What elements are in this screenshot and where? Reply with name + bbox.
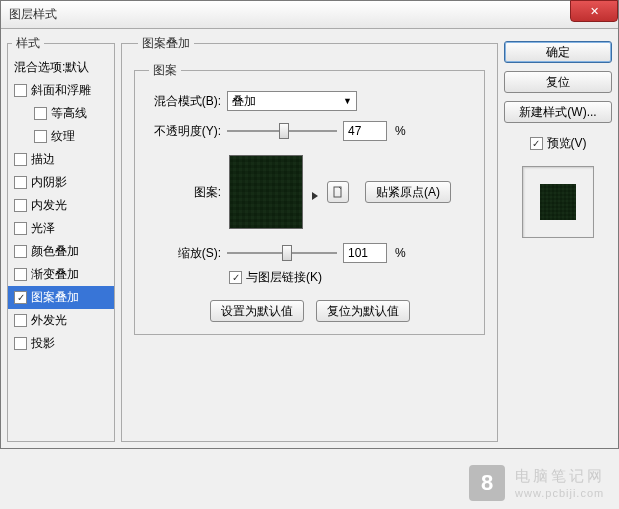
pattern-label: 图案: — [145, 184, 221, 201]
style-item-label: 图案叠加 — [31, 289, 79, 306]
style-item-label: 颜色叠加 — [31, 243, 79, 260]
link-layer-checkbox[interactable] — [229, 271, 242, 284]
style-item-5[interactable]: 内阴影 — [8, 171, 114, 194]
watermark-logo: 8 — [469, 465, 505, 501]
preview-label: 预览(V) — [547, 135, 587, 152]
close-button[interactable]: ✕ — [570, 0, 618, 22]
style-item-11[interactable]: 外发光 — [8, 309, 114, 332]
style-item-7[interactable]: 光泽 — [8, 217, 114, 240]
opacity-label: 不透明度(Y): — [145, 123, 221, 140]
style-checkbox[interactable] — [14, 245, 27, 258]
preview-box — [522, 166, 594, 238]
style-item-2[interactable]: 等高线 — [8, 102, 114, 125]
dialog-title: 图层样式 — [9, 6, 57, 23]
link-layer-label: 与图层链接(K) — [246, 269, 322, 286]
dialog-body: 样式 混合选项:默认斜面和浮雕等高线纹理描边内阴影内发光光泽颜色叠加渐变叠加图案… — [1, 29, 618, 448]
opacity-input[interactable] — [343, 121, 387, 141]
styles-legend: 样式 — [12, 35, 44, 52]
style-item-label: 等高线 — [51, 105, 87, 122]
slider-thumb[interactable] — [282, 245, 292, 261]
new-style-button[interactable]: 新建样式(W)... — [504, 101, 612, 123]
preview-row: 预览(V) — [504, 135, 612, 152]
preview-thumbnail — [540, 184, 576, 220]
pattern-overlay-fieldset: 图案叠加 图案 混合模式(B): 叠加 ▼ 不透明度(Y): — [121, 35, 498, 442]
style-item-6[interactable]: 内发光 — [8, 194, 114, 217]
opacity-row: 不透明度(Y): % — [145, 121, 474, 141]
new-preset-button[interactable] — [327, 181, 349, 203]
style-item-label: 混合选项:默认 — [14, 59, 89, 76]
style-item-label: 内发光 — [31, 197, 67, 214]
styles-fieldset: 样式 混合选项:默认斜面和浮雕等高线纹理描边内阴影内发光光泽颜色叠加渐变叠加图案… — [7, 35, 115, 442]
pattern-fieldset: 图案 混合模式(B): 叠加 ▼ 不透明度(Y): — [134, 62, 485, 335]
percent-label: % — [395, 124, 406, 138]
style-checkbox[interactable] — [14, 222, 27, 235]
scale-slider[interactable] — [227, 243, 337, 263]
set-default-button[interactable]: 设置为默认值 — [210, 300, 304, 322]
watermark: 8 电脑笔记网 www.pcbiji.com — [469, 465, 605, 501]
preview-checkbox[interactable] — [530, 137, 543, 150]
style-item-9[interactable]: 渐变叠加 — [8, 263, 114, 286]
style-checkbox[interactable] — [14, 199, 27, 212]
layer-style-dialog: 图层样式 ✕ 样式 混合选项:默认斜面和浮雕等高线纹理描边内阴影内发光光泽颜色叠… — [0, 0, 619, 449]
pattern-row: 图案: 贴紧原点(A) — [145, 155, 474, 229]
snap-origin-button[interactable]: 贴紧原点(A) — [365, 181, 451, 203]
style-item-label: 渐变叠加 — [31, 266, 79, 283]
style-list: 混合选项:默认斜面和浮雕等高线纹理描边内阴影内发光光泽颜色叠加渐变叠加图案叠加外… — [8, 56, 114, 355]
style-item-label: 内阴影 — [31, 174, 67, 191]
style-checkbox[interactable] — [14, 153, 27, 166]
scale-label: 缩放(S): — [145, 245, 221, 262]
blend-mode-row: 混合模式(B): 叠加 ▼ — [145, 91, 474, 111]
style-item-4[interactable]: 描边 — [8, 148, 114, 171]
slider-thumb[interactable] — [279, 123, 289, 139]
blend-mode-label: 混合模式(B): — [145, 93, 221, 110]
style-item-10[interactable]: 图案叠加 — [8, 286, 114, 309]
titlebar[interactable]: 图层样式 ✕ — [1, 1, 618, 29]
document-icon — [332, 186, 344, 198]
defaults-row: 设置为默认值 复位为默认值 — [145, 300, 474, 322]
style-item-0[interactable]: 混合选项:默认 — [8, 56, 114, 79]
style-checkbox[interactable] — [14, 84, 27, 97]
reset-button[interactable]: 复位 — [504, 71, 612, 93]
style-checkbox[interactable] — [14, 314, 27, 327]
style-checkbox[interactable] — [14, 268, 27, 281]
watermark-text: 电脑笔记网 www.pcbiji.com — [515, 465, 605, 501]
style-item-label: 外发光 — [31, 312, 67, 329]
style-checkbox[interactable] — [34, 107, 47, 120]
main-legend-inner: 图案 — [149, 62, 181, 79]
scale-input[interactable] — [343, 243, 387, 263]
style-item-label: 斜面和浮雕 — [31, 82, 91, 99]
watermark-line2: www.pcbiji.com — [515, 486, 605, 501]
reset-default-button[interactable]: 复位为默认值 — [316, 300, 410, 322]
style-checkbox[interactable] — [14, 291, 27, 304]
styles-panel: 样式 混合选项:默认斜面和浮雕等高线纹理描边内阴影内发光光泽颜色叠加渐变叠加图案… — [7, 35, 115, 442]
style-item-label: 描边 — [31, 151, 55, 168]
style-item-12[interactable]: 投影 — [8, 332, 114, 355]
watermark-line1: 电脑笔记网 — [515, 465, 605, 486]
blend-mode-dropdown[interactable]: 叠加 ▼ — [227, 91, 357, 111]
chevron-down-icon: ▼ — [343, 96, 352, 106]
style-item-1[interactable]: 斜面和浮雕 — [8, 79, 114, 102]
main-legend-outer: 图案叠加 — [138, 35, 194, 52]
opacity-slider[interactable] — [227, 121, 337, 141]
style-checkbox[interactable] — [14, 337, 27, 350]
link-layer-row: 与图层链接(K) — [145, 269, 474, 286]
style-item-label: 光泽 — [31, 220, 55, 237]
right-panel: 确定 复位 新建样式(W)... 预览(V) — [504, 35, 612, 442]
main-panel: 图案叠加 图案 混合模式(B): 叠加 ▼ 不透明度(Y): — [121, 35, 498, 442]
percent-label: % — [395, 246, 406, 260]
style-checkbox[interactable] — [14, 176, 27, 189]
blend-mode-value: 叠加 — [232, 93, 256, 110]
pattern-swatch[interactable] — [229, 155, 303, 229]
scale-row: 缩放(S): % — [145, 243, 474, 263]
style-checkbox[interactable] — [34, 130, 47, 143]
style-item-3[interactable]: 纹理 — [8, 125, 114, 148]
style-item-8[interactable]: 颜色叠加 — [8, 240, 114, 263]
style-item-label: 投影 — [31, 335, 55, 352]
ok-button[interactable]: 确定 — [504, 41, 612, 63]
style-item-label: 纹理 — [51, 128, 75, 145]
